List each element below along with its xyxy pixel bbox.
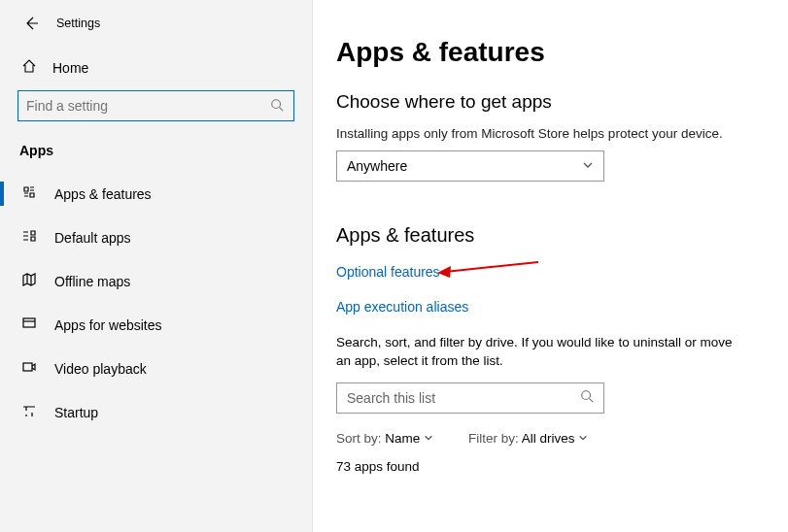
- nav-label: Apps & features: [54, 186, 152, 202]
- filter-by[interactable]: Filter by: All drives: [468, 431, 588, 446]
- app-list-search[interactable]: Search this list: [336, 382, 604, 414]
- nav-label: Video playback: [54, 361, 147, 377]
- sidebar: Settings Home Apps Apps & features Defau…: [0, 0, 313, 532]
- titlebar: Settings: [0, 10, 312, 49]
- source-value: Anywhere: [347, 158, 407, 174]
- settings-search-input[interactable]: [18, 98, 260, 114]
- nav-default-apps[interactable]: Default apps: [0, 216, 312, 259]
- nav-apps-features[interactable]: Apps & features: [0, 172, 312, 216]
- apps-websites-icon: [21, 316, 37, 334]
- chevron-down-icon: [424, 433, 433, 445]
- sort-filter-row: Sort by: Name Filter by: All drives: [336, 431, 788, 446]
- source-dropdown[interactable]: Anywhere: [336, 150, 604, 182]
- apps-features-icon: [21, 184, 37, 203]
- section-heading: Apps: [0, 139, 312, 172]
- home-label: Home: [52, 60, 88, 76]
- apps-count: 73 apps found: [336, 459, 788, 474]
- af-description: Search, sort, and filter by drive. If yo…: [336, 334, 744, 371]
- page-title: Apps & features: [336, 37, 788, 68]
- sort-by[interactable]: Sort by: Name: [336, 431, 433, 446]
- window-title: Settings: [56, 17, 100, 30]
- startup-icon: [21, 403, 37, 421]
- home-button[interactable]: Home: [0, 49, 312, 90]
- settings-search[interactable]: [17, 90, 294, 121]
- nav-video-playback[interactable]: Video playback: [0, 347, 312, 390]
- back-icon[interactable]: [23, 16, 39, 31]
- svg-rect-1: [23, 318, 35, 327]
- home-icon: [21, 58, 37, 77]
- chevron-down-icon: [582, 159, 594, 173]
- nav-apps-for-websites[interactable]: Apps for websites: [0, 303, 312, 347]
- offline-maps-icon: [21, 272, 37, 290]
- choose-heading: Choose where to get apps: [336, 91, 788, 113]
- nav-label: Offline maps: [54, 274, 130, 289]
- search-icon: [580, 389, 594, 406]
- chevron-down-icon: [578, 433, 588, 445]
- app-list-search-placeholder: Search this list: [347, 390, 435, 406]
- svg-rect-2: [23, 363, 32, 371]
- optional-features-link[interactable]: Optional features: [336, 264, 788, 280]
- main-pane: Apps & features Choose where to get apps…: [313, 0, 788, 532]
- nav-offline-maps[interactable]: Offline maps: [0, 259, 312, 303]
- search-icon: [260, 98, 293, 115]
- nav-label: Apps for websites: [54, 317, 162, 333]
- svg-point-0: [272, 99, 281, 108]
- video-playback-icon: [21, 359, 37, 378]
- nav-startup[interactable]: Startup: [0, 390, 312, 434]
- nav-label: Startup: [54, 405, 98, 420]
- app-execution-aliases-link[interactable]: App execution aliases: [336, 299, 788, 315]
- af-heading: Apps & features: [336, 224, 788, 247]
- default-apps-icon: [21, 228, 37, 247]
- svg-point-3: [582, 391, 591, 400]
- choose-helper: Installing apps only from Microsoft Stor…: [336, 126, 788, 141]
- nav-label: Default apps: [54, 230, 131, 246]
